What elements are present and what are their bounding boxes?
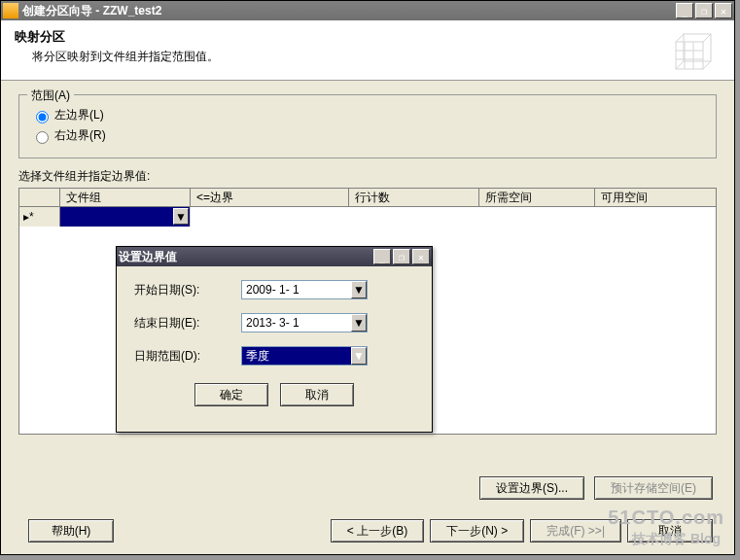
next-button[interactable]: 下一步(N) > <box>430 519 524 542</box>
estimate-storage-button: 预计存储空间(E) <box>594 476 713 500</box>
start-date-value: 2009- 1- 1 <box>246 283 300 297</box>
chevron-down-icon[interactable]: ▼ <box>351 281 367 298</box>
chevron-down-icon[interactable]: ▼ <box>351 347 367 365</box>
help-button[interactable]: 帮助(H) <box>28 519 114 542</box>
filegroup-cell[interactable]: ▼ <box>60 207 191 227</box>
finish-button: 完成(F) >>| <box>530 519 621 542</box>
close-button[interactable]: ✕ <box>715 3 732 18</box>
col-rowcount[interactable]: 行计数 <box>349 189 479 206</box>
app-icon <box>3 3 18 18</box>
svg-line-4 <box>676 61 684 69</box>
left-boundary-label: 左边界(L) <box>54 107 104 123</box>
restore-button[interactable]: ❐ <box>695 3 713 18</box>
start-date-label: 开始日期(S): <box>134 282 241 298</box>
dialog-minimize-button[interactable]: _ <box>373 249 391 264</box>
header-cube-icon <box>670 28 717 75</box>
back-button[interactable]: < 上一步(B) <box>331 519 424 542</box>
end-date-value: 2013- 3- 1 <box>246 316 300 330</box>
watermark2: 技术博客 Blog <box>632 531 721 548</box>
dialog-titlebar[interactable]: 设置边界值 _ ❐ ✕ <box>117 247 432 266</box>
svg-line-3 <box>703 34 711 42</box>
dropdown-button[interactable]: ▼ <box>173 208 189 225</box>
set-boundary-button[interactable]: 设置边界(S)... <box>479 476 584 500</box>
svg-line-5 <box>703 61 711 69</box>
end-date-combo[interactable]: 2013- 3- 1 ▼ <box>241 313 368 332</box>
window-title: 创建分区向导 - ZZW_test2 <box>22 3 676 19</box>
minimize-button[interactable]: _ <box>676 3 693 18</box>
col-boundary[interactable]: <=边界 <box>191 189 349 206</box>
col-indicator <box>19 189 60 206</box>
main-titlebar[interactable]: 创建分区向导 - ZZW_test2 _ ❐ ✕ <box>1 1 734 20</box>
left-boundary-radio[interactable]: 左边界(L) <box>31 107 704 123</box>
ok-button[interactable]: 确定 <box>194 383 268 406</box>
grid-header: 文件组 <=边界 行计数 所需空间 可用空间 <box>19 189 716 207</box>
grid-row[interactable]: ▸* ▼ <box>19 207 716 227</box>
chevron-down-icon[interactable]: ▼ <box>351 314 367 332</box>
range-fieldset: 范围(A) 左边界(L) 右边界(R) <box>18 94 717 158</box>
date-range-label: 日期范围(D): <box>134 348 241 365</box>
boundary-dialog: 设置边界值 _ ❐ ✕ 开始日期(S): 2009- 1- 1 ▼ 结束日期(E… <box>116 246 433 433</box>
col-reqspace[interactable]: 所需空间 <box>479 189 595 206</box>
dialog-cancel-button[interactable]: 取消 <box>280 383 354 406</box>
dialog-restore-button[interactable]: ❐ <box>393 249 410 264</box>
right-boundary-radio[interactable]: 右边界(R) <box>31 127 704 144</box>
dialog-title: 设置边界值 <box>119 249 373 265</box>
wizard-footer: 帮助(H) < 上一步(B) 下一步(N) > 完成(F) >>| 取消 <box>1 519 734 542</box>
range-legend: 范围(A) <box>27 88 74 104</box>
col-filegroup[interactable]: 文件组 <box>60 189 191 206</box>
grid-label: 选择文件组并指定边界值: <box>18 168 717 185</box>
dialog-close-button[interactable]: ✕ <box>412 249 430 264</box>
right-boundary-label: 右边界(R) <box>54 127 106 144</box>
date-range-value: 季度 <box>246 348 269 365</box>
end-date-label: 结束日期(E): <box>134 315 241 332</box>
col-availspace[interactable]: 可用空间 <box>595 189 716 206</box>
page-subtitle: 将分区映射到文件组并指定范围值。 <box>32 49 721 65</box>
row-indicator: ▸* <box>19 207 60 227</box>
start-date-combo[interactable]: 2009- 1- 1 ▼ <box>241 280 368 299</box>
right-boundary-input[interactable] <box>36 131 49 144</box>
wizard-header: 映射分区 将分区映射到文件组并指定范围值。 <box>1 20 734 81</box>
page-title: 映射分区 <box>15 28 721 46</box>
date-range-combo[interactable]: 季度 ▼ <box>241 346 368 366</box>
left-boundary-input[interactable] <box>36 111 49 123</box>
svg-line-2 <box>676 34 684 42</box>
